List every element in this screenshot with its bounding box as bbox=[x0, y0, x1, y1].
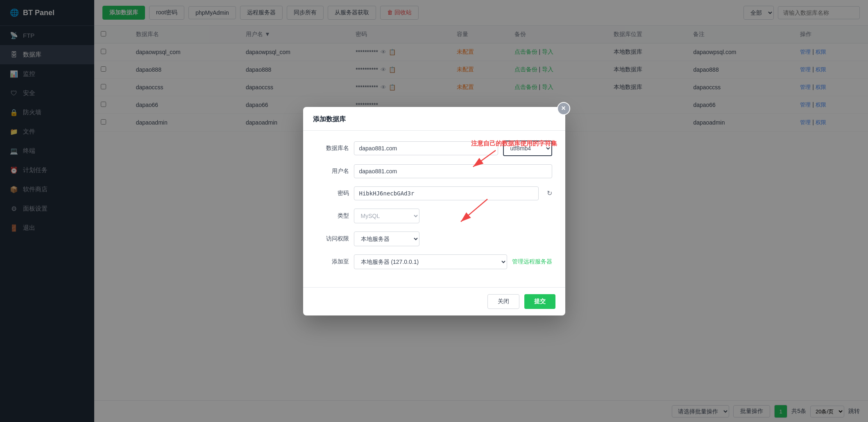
modal-header: 添加数据库 bbox=[303, 107, 565, 131]
db-name-label: 数据库名 bbox=[316, 145, 349, 152]
modal-submit-btn[interactable]: 提交 bbox=[524, 294, 555, 309]
manage-remote-link[interactable]: 管理远程服务器 bbox=[512, 258, 552, 265]
charset-annotation: 注意自己的数据库使用的字符集 bbox=[471, 140, 557, 147]
modal-overlay[interactable]: 添加数据库 × 数据库名 utf8mb4 utf8 gbk latin1 注意自… bbox=[0, 0, 868, 422]
server-select[interactable]: 本地服务器 (127.0.0.1) bbox=[354, 254, 507, 269]
annotation-arrow bbox=[471, 148, 504, 169]
access-select[interactable]: 本地服务器 所有人 bbox=[354, 231, 419, 246]
password-input[interactable] bbox=[354, 186, 539, 200]
modal-close-btn[interactable]: 关闭 bbox=[487, 294, 519, 309]
password-arrow bbox=[459, 197, 492, 226]
type-row: 类型 MySQL bbox=[316, 209, 552, 223]
modal-body: 数据库名 utf8mb4 utf8 gbk latin1 注意自己的数据库使用的… bbox=[303, 131, 565, 287]
password-row: 密码 ↻ bbox=[316, 186, 552, 200]
modal-close-button[interactable]: × bbox=[557, 102, 570, 115]
add-to-row: 添加至 本地服务器 (127.0.0.1) 管理远程服务器 bbox=[316, 254, 552, 269]
type-select[interactable]: MySQL bbox=[354, 209, 419, 223]
svg-line-3 bbox=[461, 199, 487, 222]
add-database-modal: 添加数据库 × 数据库名 utf8mb4 utf8 gbk latin1 注意自… bbox=[303, 107, 565, 315]
access-row: 访问权限 本地服务器 所有人 bbox=[316, 231, 552, 246]
access-label: 访问权限 bbox=[316, 235, 349, 243]
type-label: 类型 bbox=[316, 212, 349, 220]
modal-footer: 关闭 提交 bbox=[303, 287, 565, 315]
refresh-password-icon[interactable]: ↻ bbox=[547, 189, 552, 197]
db-name-row: 数据库名 utf8mb4 utf8 gbk latin1 注意自己的数据库使用的… bbox=[316, 141, 552, 156]
password-label: 密码 bbox=[316, 190, 349, 197]
svg-line-1 bbox=[473, 150, 496, 167]
modal-title: 添加数据库 bbox=[313, 116, 346, 123]
user-label: 用户名 bbox=[316, 168, 349, 175]
add-to-label: 添加至 bbox=[316, 258, 349, 265]
